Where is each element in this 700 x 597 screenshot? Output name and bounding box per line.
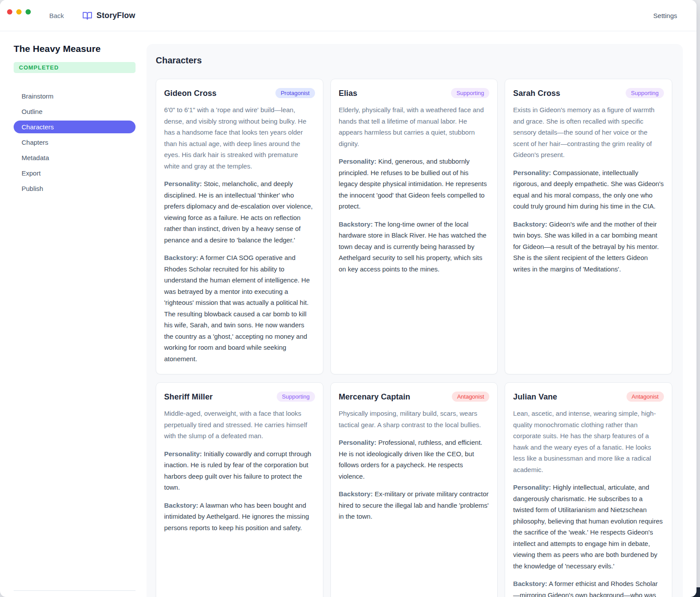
character-name: Julian Vane — [513, 392, 557, 402]
backstory-label: Backstory: — [164, 254, 198, 261]
app-title: StoryFlow — [96, 11, 135, 20]
backstory-label: Backstory: — [339, 490, 373, 498]
sidebar-nav: Brainstorm Outline Characters Chapters M… — [14, 90, 136, 195]
character-backstory: Backstory: Ex-military or private milita… — [339, 488, 490, 522]
app-window: Back StoryFlow Settings The Heavy Measur… — [0, 0, 696, 597]
character-name: Sheriff Miller — [164, 392, 213, 402]
characters-panel: Characters Gideon Cross Protagonist 6'0"… — [147, 44, 683, 597]
backstory-label: Backstory: — [513, 220, 547, 228]
window-controls — [7, 9, 31, 15]
personality-label: Personality: — [164, 450, 202, 458]
character-name: Sarah Cross — [513, 88, 560, 98]
close-window-button[interactable] — [7, 9, 12, 15]
character-card-elias[interactable]: Elias Supporting Elderly, physically fra… — [330, 79, 498, 374]
character-cards-grid: Gideon Cross Protagonist 6'0" to 6'1" wi… — [156, 79, 672, 597]
sidebar-item-chapters[interactable]: Chapters — [14, 136, 136, 149]
character-card-sarah-cross[interactable]: Sarah Cross Supporting Exists in Gideon'… — [505, 79, 672, 374]
character-name: Mercenary Captain — [339, 392, 410, 402]
character-description: Lean, ascetic, and intense, wearing simp… — [513, 408, 664, 475]
sidebar-item-brainstorm[interactable]: Brainstorm — [14, 90, 136, 103]
role-badge: Protagonist — [275, 88, 315, 98]
open-book-icon — [82, 11, 92, 21]
backstory-label: Backstory: — [164, 502, 198, 509]
character-description: Physically imposing, military build, sca… — [339, 408, 490, 430]
character-card-julian-vane[interactable]: Julian Vane Antagonist Lean, ascetic, an… — [505, 382, 672, 597]
project-title: The Heavy Measure — [14, 44, 136, 54]
character-personality: Personality: Highly intellectual, articu… — [513, 482, 664, 571]
character-personality: Personality: Stoic, melancholic, and dee… — [164, 178, 315, 245]
page-title: Characters — [156, 55, 672, 66]
project-status-badge: COMPLETED — [14, 62, 136, 73]
backstory-label: Backstory: — [339, 220, 373, 228]
sidebar-item-outline[interactable]: Outline — [14, 105, 136, 118]
role-badge: Supporting — [451, 88, 489, 98]
app-brand: StoryFlow — [82, 11, 135, 21]
character-backstory: Backstory: Gideon's wife and the mother … — [513, 219, 664, 275]
character-backstory: Backstory: A lawman who has been bought … — [164, 500, 315, 534]
character-card-gideon-cross[interactable]: Gideon Cross Protagonist 6'0" to 6'1" wi… — [156, 79, 323, 374]
character-backstory: Backstory: A former CIA SOG operative an… — [164, 252, 315, 364]
role-badge: Supporting — [277, 392, 315, 402]
sidebar-item-export[interactable]: Export — [14, 167, 136, 179]
sidebar-item-metadata[interactable]: Metadata — [14, 151, 136, 164]
character-name: Gideon Cross — [164, 88, 216, 98]
character-card-sheriff-miller[interactable]: Sheriff Miller Supporting Middle-aged, o… — [156, 382, 323, 597]
back-button[interactable]: Back — [49, 12, 64, 19]
character-description: Middle-aged, overweight, with a face tha… — [164, 408, 315, 442]
character-name: Elias — [339, 88, 358, 98]
character-description: 6'0" to 6'1" with a 'rope and wire' buil… — [164, 104, 315, 172]
personality-label: Personality: — [339, 439, 377, 446]
personality-label: Personality: — [513, 483, 551, 491]
personality-label: Personality: — [513, 169, 551, 176]
sidebar-item-publish[interactable]: Publish — [14, 182, 136, 195]
character-backstory: Backstory: A former ethicist and Rhodes … — [513, 578, 664, 597]
role-badge: Antagonist — [452, 392, 489, 402]
role-badge: Supporting — [626, 88, 664, 98]
personality-label: Personality: — [164, 180, 202, 187]
character-personality: Personality: Compassionate, intellectual… — [513, 167, 664, 212]
top-bar: Back StoryFlow Settings — [0, 0, 696, 31]
sidebar-item-characters[interactable]: Characters — [14, 121, 136, 133]
sidebar: The Heavy Measure COMPLETED Brainstorm O… — [0, 31, 147, 597]
character-personality: Personality: Initially cowardly and corr… — [164, 448, 315, 493]
settings-button[interactable]: Settings — [653, 12, 677, 19]
sidebar-divider — [14, 590, 136, 591]
character-description: Exists in Gideon's memory as a figure of… — [513, 104, 664, 161]
character-card-mercenary-captain[interactable]: Mercenary Captain Antagonist Physically … — [330, 382, 498, 597]
zoom-window-button[interactable] — [26, 9, 31, 15]
backstory-label: Backstory: — [513, 580, 547, 587]
character-backstory: Backstory: The long-time owner of the lo… — [339, 219, 490, 275]
minimize-window-button[interactable] — [16, 9, 22, 15]
personality-label: Personality: — [339, 157, 377, 165]
character-personality: Personality: Professional, ruthless, and… — [339, 437, 490, 482]
character-personality: Personality: Kind, generous, and stubbor… — [339, 156, 490, 212]
role-badge: Antagonist — [627, 392, 664, 402]
character-description: Elderly, physically frail, with a weathe… — [339, 104, 490, 149]
